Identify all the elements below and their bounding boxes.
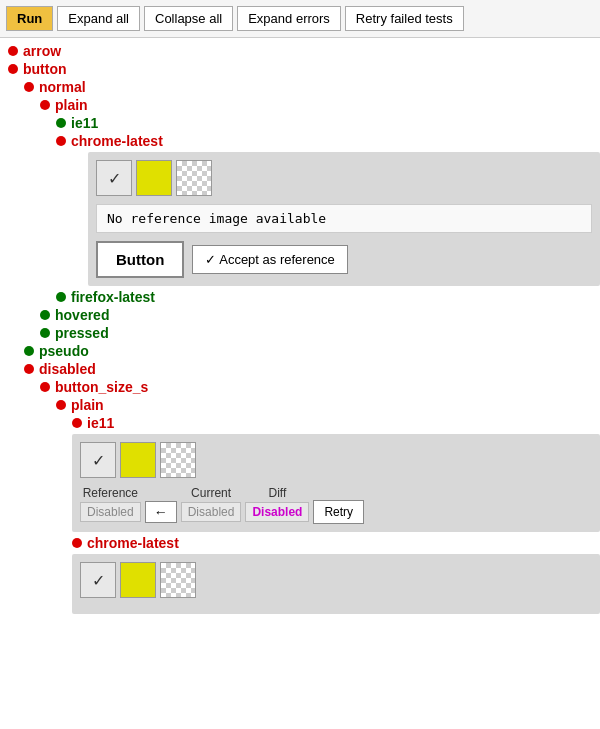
diff-value: Disabled: [245, 502, 309, 522]
checker-icon-3: [160, 562, 196, 598]
tree-label: plain: [55, 97, 88, 113]
icon-row-3: ✓: [80, 562, 592, 598]
tree-label: chrome-latest: [87, 535, 179, 551]
reference-label: Reference: [83, 486, 138, 500]
expanded-panel-ie11-disabled: ✓ Reference Disabled ← Current Disabled …: [72, 434, 600, 532]
bullet-icon: [40, 100, 50, 110]
tree-item-button[interactable]: button: [0, 60, 600, 78]
tree-label: arrow: [23, 43, 61, 59]
expand-all-button[interactable]: Expand all: [57, 6, 140, 31]
tree-label: ie11: [87, 415, 114, 431]
tree-label: disabled: [39, 361, 96, 377]
bullet-icon: [56, 292, 66, 302]
icon-row-2: ✓: [80, 442, 592, 478]
tree-item-chrome-latest[interactable]: chrome-latest: [0, 132, 600, 150]
bullet-icon: [40, 328, 50, 338]
bullet-icon: [56, 136, 66, 146]
bullet-icon: [24, 82, 34, 92]
tree-item-plain[interactable]: plain: [0, 96, 600, 114]
diff-col: Diff Disabled: [245, 486, 309, 522]
checkmark-icon-2: ✓: [80, 442, 116, 478]
comparison-row: Reference Disabled ← Current Disabled Di…: [80, 486, 592, 524]
bullet-icon: [24, 346, 34, 356]
tree-item-button-size-s[interactable]: button_size_s: [0, 378, 600, 396]
yellow-preview-icon-3: [120, 562, 156, 598]
tree-label: pressed: [55, 325, 109, 341]
tree-label: pseudo: [39, 343, 89, 359]
tree-item-ie11-2[interactable]: ie11: [0, 414, 600, 432]
collapse-all-button[interactable]: Collapse all: [144, 6, 233, 31]
preview-button[interactable]: Button: [96, 241, 184, 278]
preview-row: Button ✓ Accept as reference: [96, 241, 592, 278]
tree-item-normal[interactable]: normal: [0, 78, 600, 96]
tree-item-pressed[interactable]: pressed: [0, 324, 600, 342]
current-value: Disabled: [181, 502, 242, 522]
tree-item-hovered[interactable]: hovered: [0, 306, 600, 324]
tree-item-pseudo[interactable]: pseudo: [0, 342, 600, 360]
current-label: Current: [191, 486, 231, 500]
reference-col: Reference Disabled: [80, 486, 141, 522]
tree-label: plain: [71, 397, 104, 413]
expand-errors-button[interactable]: Expand errors: [237, 6, 341, 31]
toolbar: Run Expand all Collapse all Expand error…: [0, 0, 600, 38]
tree-item-ie11[interactable]: ie11: [0, 114, 600, 132]
current-col: Current Disabled: [181, 486, 242, 522]
no-reference-message: No reference image available: [96, 204, 592, 233]
bullet-icon: [56, 400, 66, 410]
tree-item-chrome-latest-2[interactable]: chrome-latest: [0, 534, 600, 552]
bullet-icon: [24, 364, 34, 374]
tree-item-disabled[interactable]: disabled: [0, 360, 600, 378]
checkmark-icon-3: ✓: [80, 562, 116, 598]
yellow-preview-icon-2: [120, 442, 156, 478]
retry-button[interactable]: Retry: [313, 500, 364, 524]
run-button[interactable]: Run: [6, 6, 53, 31]
tree-label: button: [23, 61, 67, 77]
accept-as-reference-button[interactable]: ✓ Accept as reference: [192, 245, 348, 274]
tree-item-firefox-latest[interactable]: firefox-latest: [0, 288, 600, 306]
tree-item-arrow[interactable]: arrow: [0, 42, 600, 60]
bullet-icon: [56, 118, 66, 128]
tree-item-plain-2[interactable]: plain: [0, 396, 600, 414]
tree-label: hovered: [55, 307, 109, 323]
bullet-icon: [8, 46, 18, 56]
bullet-icon: [72, 418, 82, 428]
tree-label: chrome-latest: [71, 133, 163, 149]
reference-value: Disabled: [80, 502, 141, 522]
bullet-icon: [40, 310, 50, 320]
checkmark-icon: ✓: [96, 160, 132, 196]
tree-label: firefox-latest: [71, 289, 155, 305]
bullet-icon: [40, 382, 50, 392]
expanded-panel-chrome-latest: ✓ No reference image available Button ✓ …: [88, 152, 600, 286]
expanded-panel-chrome-latest-2: ✓: [72, 554, 600, 614]
checker-icon: [176, 160, 212, 196]
yellow-preview-icon: [136, 160, 172, 196]
tree-label: ie11: [71, 115, 98, 131]
arrow-nav-button[interactable]: ←: [145, 501, 177, 523]
icon-row: ✓: [96, 160, 592, 196]
bullet-icon: [72, 538, 82, 548]
test-tree: arrow button normal plain ie11 chrome-la…: [0, 38, 600, 620]
bullet-icon: [8, 64, 18, 74]
diff-label: Diff: [269, 486, 287, 500]
tree-label: normal: [39, 79, 86, 95]
tree-label: button_size_s: [55, 379, 148, 395]
retry-failed-button[interactable]: Retry failed tests: [345, 6, 464, 31]
checker-icon-2: [160, 442, 196, 478]
